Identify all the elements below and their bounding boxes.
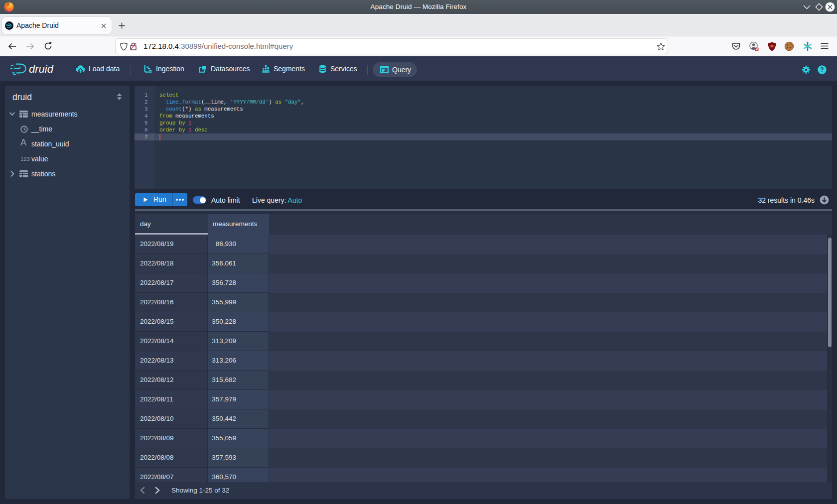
svg-text:?: ? (820, 66, 824, 73)
svg-text:UO: UO (770, 44, 775, 48)
